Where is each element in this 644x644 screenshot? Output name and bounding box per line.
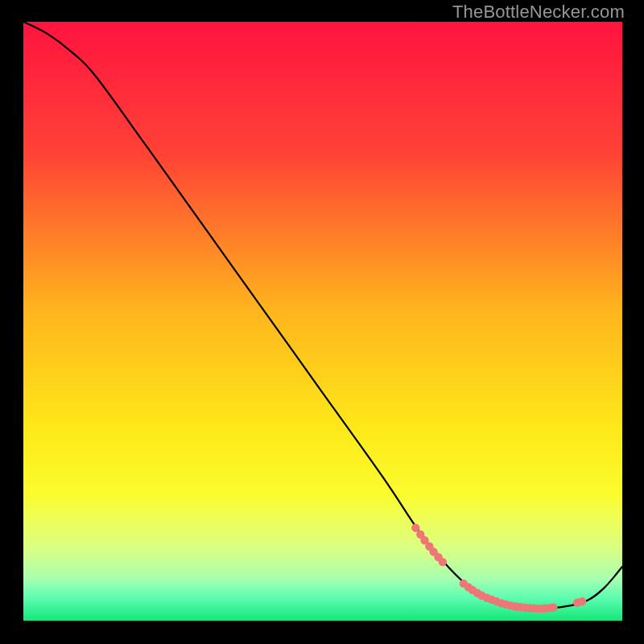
chart-stage: TheBottleNecker.com xyxy=(0,0,644,644)
watermark-text: TheBottleNecker.com xyxy=(452,2,625,23)
svg-rect-0 xyxy=(23,22,622,621)
plot-gradient-background xyxy=(0,0,644,644)
